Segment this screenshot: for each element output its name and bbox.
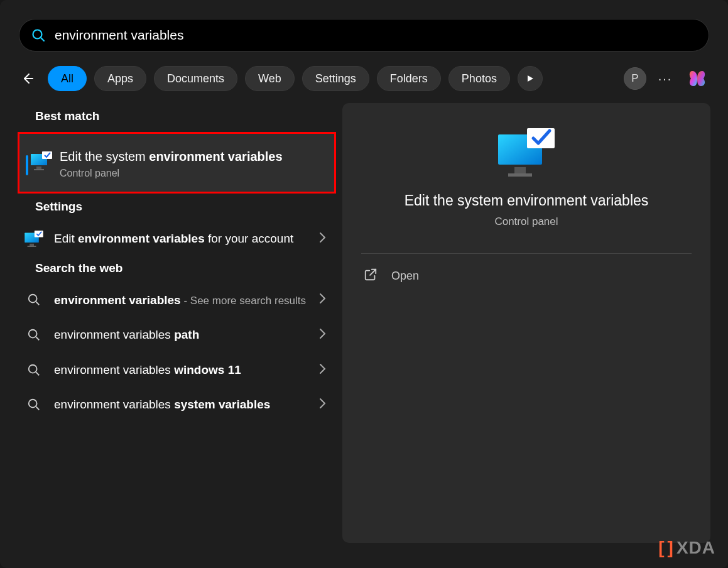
search-window: All Apps Documents Web Settings Folders … (0, 0, 728, 568)
chevron-right-icon (318, 328, 326, 342)
svg-rect-21 (508, 173, 532, 177)
user-avatar[interactable]: P (624, 67, 646, 90)
filter-label: Documents (167, 72, 224, 85)
svg-point-15 (29, 364, 37, 373)
settings-result[interactable]: Edit environment variables for your acco… (18, 222, 336, 255)
web-result[interactable]: environment variables windows 11 (18, 354, 336, 386)
web-result[interactable]: environment variables system variables (18, 388, 336, 421)
chevron-right-icon (318, 363, 326, 377)
filter-all[interactable]: All (48, 66, 87, 91)
open-external-icon (364, 268, 378, 284)
search-icon (24, 293, 44, 307)
filter-photos[interactable]: Photos (448, 66, 510, 91)
more-menu[interactable]: ··· (654, 72, 676, 86)
svg-line-14 (36, 337, 39, 340)
filter-web[interactable]: Web (245, 66, 295, 91)
preview-panel: Edit the system environment variables Co… (342, 103, 710, 543)
filter-folders[interactable]: Folders (377, 66, 441, 91)
preview-title: Edit the system environment variables (405, 192, 649, 209)
best-match-title: Edit the system environment variables (60, 148, 283, 165)
chevron-right-icon (318, 232, 326, 246)
filter-row: All Apps Documents Web Settings Folders … (18, 65, 710, 92)
filter-more[interactable] (518, 66, 543, 91)
filter-settings[interactable]: Settings (302, 66, 369, 91)
svg-rect-10 (35, 231, 43, 237)
search-input[interactable] (55, 28, 697, 43)
monitor-check-icon (24, 231, 44, 247)
search-icon (24, 328, 44, 342)
svg-line-18 (36, 407, 39, 410)
result-text: environment variables windows 11 (54, 361, 308, 379)
filter-label: Apps (107, 72, 133, 85)
result-text: environment variables - See more search … (54, 292, 308, 309)
copilot-icon[interactable] (684, 65, 710, 92)
best-match-subtitle: Control panel (60, 168, 283, 179)
svg-rect-20 (514, 167, 526, 173)
search-icon (24, 398, 44, 412)
result-text: Edit environment variables for your acco… (54, 230, 308, 248)
avatar-initial: P (631, 72, 638, 85)
svg-line-12 (36, 302, 39, 305)
result-text: environment variables system variables (54, 396, 308, 413)
filter-label: Folders (390, 72, 428, 85)
svg-line-16 (36, 372, 39, 375)
web-result[interactable]: environment variables path (18, 319, 336, 351)
svg-point-11 (29, 295, 37, 303)
filter-apps[interactable]: Apps (94, 66, 146, 91)
svg-rect-9 (28, 246, 36, 247)
results-column: Best match Edit the system en (0, 103, 342, 552)
monitor-check-icon (498, 128, 555, 180)
preview-subtitle: Control panel (494, 216, 558, 228)
play-icon (526, 74, 535, 83)
filter-documents[interactable]: Documents (154, 66, 237, 91)
svg-point-13 (29, 330, 37, 338)
section-web: Search the web (35, 261, 336, 275)
open-label: Open (391, 270, 419, 283)
svg-line-1 (41, 38, 44, 41)
svg-rect-5 (34, 169, 44, 170)
search-icon (24, 363, 44, 377)
filter-label: All (61, 72, 73, 85)
filter-label: Web (258, 72, 281, 85)
search-bar[interactable] (19, 19, 709, 52)
back-button[interactable] (18, 68, 38, 89)
chevron-right-icon (318, 293, 326, 307)
chevron-right-icon (318, 398, 326, 412)
web-result[interactable]: environment variables - See more search … (18, 284, 336, 317)
monitor-check-icon (31, 151, 51, 169)
search-icon (31, 28, 46, 43)
section-settings: Settings (35, 200, 336, 214)
filter-label: Photos (462, 72, 497, 85)
best-match-result[interactable]: Edit the system environment variables Co… (18, 132, 336, 194)
svg-rect-6 (42, 151, 52, 159)
section-best-match: Best match (35, 109, 336, 123)
result-text: environment variables path (54, 326, 308, 344)
filter-label: Settings (315, 72, 356, 85)
open-action[interactable]: Open (361, 254, 692, 298)
svg-point-17 (29, 400, 37, 408)
